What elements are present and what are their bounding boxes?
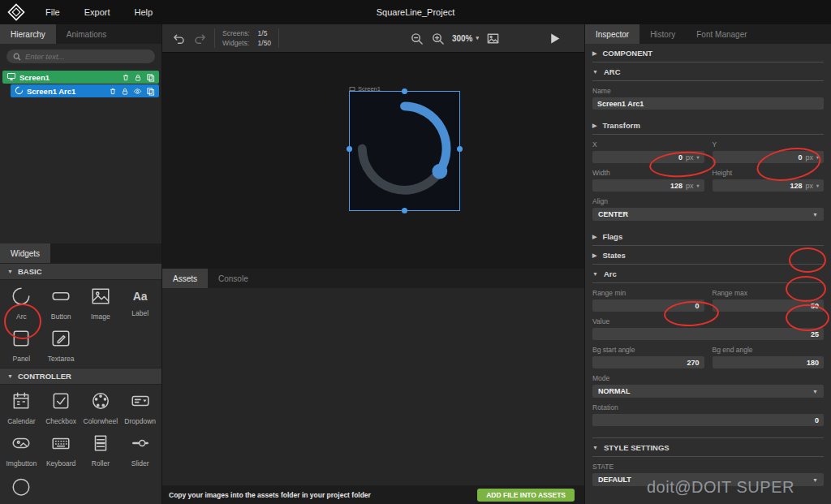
tab-history[interactable]: History	[639, 24, 686, 44]
widget-item-imgbutton[interactable]: Imgbutton	[2, 433, 41, 467]
section-states[interactable]: ▶ States	[592, 246, 824, 265]
tab-hierarchy[interactable]: Hierarchy	[0, 24, 56, 44]
widget-item-slider[interactable]: Slider	[120, 433, 160, 467]
widget-item-colorwheel[interactable]: Colorwheel	[81, 390, 121, 425]
name-field[interactable]: Screen1 Arc1	[592, 97, 824, 110]
zoom-out-icon[interactable]	[410, 32, 424, 45]
widget-label: Colorwheel	[84, 417, 118, 425]
section-arc-header[interactable]: ▼ ARC	[592, 62, 824, 81]
value-label: Value	[592, 317, 824, 325]
menu-export[interactable]: Export	[72, 0, 123, 24]
label-widget-icon: Aa	[133, 286, 148, 307]
chevron-down-icon: ▼	[7, 373, 13, 379]
y-field[interactable]: 0 px ▾	[713, 151, 825, 163]
zoom-level-dropdown[interactable]: 300% ▾	[452, 34, 479, 43]
chevron-down-icon[interactable]: ▾	[696, 183, 699, 188]
section-label: Flags	[602, 232, 622, 241]
assets-panel[interactable]	[162, 288, 584, 485]
section-style-main[interactable]: ▼ STYLE (MAIN)	[592, 498, 824, 504]
resize-handle-right[interactable]	[457, 146, 463, 152]
align-dropdown[interactable]: CENTER ▼	[592, 208, 824, 221]
lock-icon[interactable]	[121, 87, 129, 96]
section-arc-props[interactable]: ▼ Arc	[592, 265, 824, 283]
widget-item-partial[interactable]	[2, 475, 41, 499]
tab-font-manager[interactable]: Font Manager	[686, 24, 757, 44]
value-field[interactable]: 25	[592, 328, 824, 340]
y-label: Y	[713, 140, 825, 149]
eye-icon[interactable]	[133, 87, 142, 96]
widget-item-roller[interactable]: Roller	[81, 433, 121, 467]
bg-start-angle-field[interactable]: 270	[592, 356, 704, 368]
trash-icon[interactable]	[122, 73, 130, 82]
section-title: CONTROLLER	[18, 372, 71, 381]
section-label: COMPONENT	[602, 49, 652, 58]
mode-dropdown[interactable]: NORMAL ▼	[592, 385, 824, 398]
tab-assets[interactable]: Assets	[162, 269, 208, 288]
imgbutton-widget-icon	[11, 433, 32, 457]
trash-icon[interactable]	[109, 87, 117, 96]
center-column: Screens: 1/5 Widgets: 1/50 300% ▾	[162, 24, 584, 504]
resize-handle-top[interactable]	[402, 88, 407, 94]
screen1-canvas[interactable]	[349, 91, 460, 211]
chevron-down-icon[interactable]: ▾	[816, 183, 819, 188]
tab-inspector[interactable]: Inspector	[585, 24, 639, 44]
range-max-field[interactable]: 50	[713, 299, 825, 312]
name-label: Name	[592, 87, 824, 95]
canvas-toolbar: Screens: 1/5 Widgets: 1/50 300% ▾	[162, 24, 584, 53]
widget-item-image[interactable]: Image	[81, 286, 121, 321]
tab-console[interactable]: Console	[208, 269, 259, 288]
menu-help[interactable]: Help	[123, 0, 166, 24]
colorwheel-widget-icon	[90, 390, 111, 415]
tab-widgets[interactable]: Widgets	[0, 243, 50, 263]
section-component[interactable]: ▶ COMPONENT	[592, 44, 824, 62]
y-value: 0	[798, 153, 802, 162]
height-field[interactable]: 128 px ▾	[713, 179, 825, 192]
copy-icon[interactable]	[146, 87, 155, 96]
widget-item-dropdown[interactable]: Dropdown	[120, 390, 160, 425]
resize-handle-bottom[interactable]	[402, 208, 407, 213]
state-value: DEFAULT	[598, 476, 631, 484]
widget-item-checkbox[interactable]: Checkbox	[41, 390, 81, 425]
section-controller[interactable]: ▼ CONTROLLER	[0, 368, 161, 385]
bg-end-angle-field[interactable]: 180	[713, 356, 825, 368]
widget-label: Label	[131, 309, 149, 317]
widget-item-textarea[interactable]: Textarea	[41, 328, 81, 363]
widget-item-keyboard[interactable]: Keyboard	[41, 433, 81, 467]
chevron-down-icon[interactable]: ▾	[816, 154, 819, 160]
widget-item-panel[interactable]: Panel	[2, 328, 41, 363]
add-file-into-assets-button[interactable]: ADD FILE INTO ASSETS	[477, 489, 575, 502]
resize-handle-left[interactable]	[347, 146, 352, 152]
controller-widget-grid: Calendar Checkbox Colorwheel Dropdown Im…	[0, 385, 161, 504]
width-field[interactable]: 128 px ▾	[592, 179, 704, 192]
undo-button[interactable]	[172, 32, 186, 45]
section-basic[interactable]: ▼ BASIC	[0, 263, 161, 280]
redo-button[interactable]	[193, 32, 207, 45]
lock-icon[interactable]	[134, 73, 142, 82]
widget-label: Checkbox	[45, 417, 76, 425]
tree-row-screen1-arc1[interactable]: Screen1 Arc1	[11, 84, 159, 97]
search-box[interactable]	[6, 50, 155, 63]
rotation-field[interactable]: 0	[592, 414, 824, 426]
widget-item-button[interactable]: Button	[41, 286, 81, 321]
zoom-in-icon[interactable]	[431, 32, 445, 45]
play-button[interactable]	[547, 31, 562, 46]
section-style-settings[interactable]: ▼ STYLE SETTINGS	[592, 437, 824, 457]
section-flags[interactable]: ▶ Flags	[592, 227, 824, 246]
widget-item-label[interactable]: Aa Label	[120, 286, 160, 321]
chevron-down-icon[interactable]: ▾	[696, 154, 699, 160]
tree-row-screen1[interactable]: Screen1	[2, 71, 159, 84]
tab-animations[interactable]: Animations	[56, 24, 117, 44]
menu-file[interactable]: File	[33, 0, 72, 24]
screenshot-icon[interactable]	[486, 32, 500, 45]
dropdown-widget-icon	[130, 390, 151, 415]
widget-item-calendar[interactable]: Calendar	[2, 390, 41, 425]
section-transform[interactable]: ▶ Transform	[592, 116, 824, 135]
design-canvas[interactable]: Screen1	[162, 53, 584, 269]
x-field[interactable]: 0 px ▾	[592, 151, 704, 163]
range-min-field[interactable]: 0	[592, 299, 704, 312]
widget-item-arc[interactable]: Arc	[2, 286, 41, 321]
squareline-app: File Export Help SquareLine_Project Hier…	[0, 0, 831, 504]
copy-icon[interactable]	[146, 73, 155, 82]
search-input[interactable]	[25, 52, 149, 61]
height-label: Height	[713, 169, 825, 177]
